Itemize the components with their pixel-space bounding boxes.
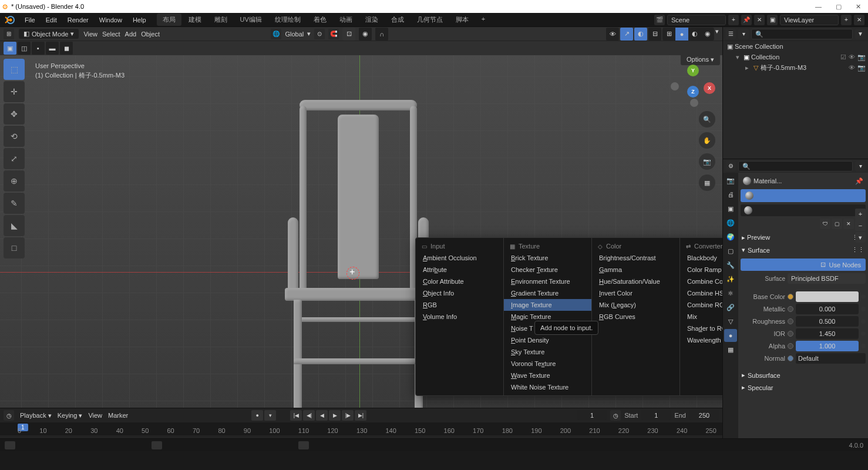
- outliner-object[interactable]: ▸ ▽ 椅子-0.5mm-M3 👁📷: [723, 62, 868, 73]
- menu-object-info[interactable]: Object Info: [416, 287, 503, 299]
- menu-edit[interactable]: Edit: [41, 15, 62, 25]
- neg-x-axis[interactable]: [671, 82, 679, 90]
- select-mode-edge[interactable]: ▬: [46, 42, 59, 55]
- menu-ambient-occlusion[interactable]: Ambient Occlusion: [416, 252, 503, 264]
- scene-delete-icon[interactable]: ✕: [754, 15, 765, 25]
- properties-search-input[interactable]: [738, 161, 853, 172]
- surface-section-header[interactable]: ▾Surface⋮⋮: [741, 244, 866, 256]
- menu-brick-texture[interactable]: Brick Texture: [504, 252, 591, 264]
- use-nodes-button[interactable]: ⊡ Use Nodes: [741, 258, 866, 271]
- menu-gradient-texture[interactable]: Gradient Texture: [504, 287, 591, 299]
- workspace-tab[interactable]: 雕刻: [208, 14, 233, 26]
- scene-browse-icon[interactable]: 🎬: [654, 15, 665, 25]
- rotate-tool[interactable]: ⟲: [4, 126, 25, 147]
- physics-properties-tab[interactable]: ⚛: [724, 287, 737, 300]
- chevron-down-icon[interactable]: ▾: [715, 28, 719, 41]
- snap-target-icon[interactable]: ⊡: [342, 28, 355, 41]
- menu-checker-texture[interactable]: Checker Texture: [504, 264, 591, 276]
- rendered-shade-icon[interactable]: ◉: [701, 28, 714, 41]
- workspace-tab[interactable]: 纹理绘制: [269, 14, 307, 26]
- workspace-tab[interactable]: UV编辑: [234, 14, 268, 26]
- material-slot-menu[interactable]: ▾: [855, 232, 866, 243]
- socket-icon[interactable]: [788, 343, 793, 349]
- timeline-menu-keying[interactable]: Keying ▾: [58, 412, 83, 419]
- mesh-properties-tab[interactable]: ▽: [724, 315, 737, 328]
- link-dot-icon[interactable]: [861, 294, 866, 299]
- menu-combine-hsv[interactable]: Combine HSV (Legacy): [680, 287, 722, 299]
- material-name-field[interactable]: [741, 204, 866, 216]
- link-dot-icon[interactable]: [861, 344, 866, 348]
- menu-brightness-contrast[interactable]: Brightness/Contrast: [592, 252, 679, 264]
- menu-combine-rgb[interactable]: Combine RGB (Legacy): [680, 299, 722, 311]
- outliner-filter-icon[interactable]: ▼: [855, 29, 866, 39]
- menu-combine-color[interactable]: Combine Color: [680, 276, 722, 287]
- timeline-ruler[interactable]: 1 01020304050607080901001101201301401501…: [0, 422, 722, 435]
- select-tool[interactable]: ⬚: [4, 59, 25, 80]
- autokey-icon[interactable]: ●: [251, 410, 263, 421]
- scene-pin-icon[interactable]: 📌: [741, 15, 752, 25]
- blender-app-icon[interactable]: [4, 14, 15, 26]
- workspace-tab[interactable]: 渲染: [359, 14, 384, 26]
- jump-end-icon[interactable]: ▶|: [355, 410, 366, 421]
- visible-icon[interactable]: 👁: [849, 64, 855, 72]
- play-icon[interactable]: ▶: [329, 410, 341, 421]
- start-frame-input[interactable]: 1: [641, 411, 671, 420]
- link-dot-icon[interactable]: [861, 319, 866, 324]
- workspace-add[interactable]: +: [476, 14, 491, 26]
- socket-icon[interactable]: [788, 294, 793, 300]
- menu-mix[interactable]: Mix: [680, 311, 722, 323]
- viewlayer-new-icon[interactable]: +: [841, 15, 852, 25]
- socket-icon[interactable]: [788, 318, 793, 324]
- preview-section-header[interactable]: ▸ Preview⋮⋮: [741, 231, 866, 244]
- menu-color-attribute[interactable]: Color Attribute: [416, 276, 503, 287]
- properties-options-icon[interactable]: ▾: [855, 161, 866, 172]
- workspace-tab[interactable]: 合成: [385, 14, 410, 26]
- pin-icon[interactable]: 📌: [855, 177, 863, 185]
- select-mode-box[interactable]: ◫: [18, 42, 31, 55]
- outliner-scene-collection[interactable]: ▣ Scene Collection: [723, 41, 868, 52]
- close-button[interactable]: ✕: [856, 3, 861, 11]
- socket-icon[interactable]: [788, 306, 793, 312]
- workspace-tab[interactable]: 建模: [183, 14, 207, 26]
- outliner-tree[interactable]: ▣ Scene Collection ▾ ▣ Collection ☑👁📷 ▸ …: [723, 41, 868, 159]
- menu-gamma[interactable]: Gamma: [592, 264, 679, 276]
- roughness-input[interactable]: 0.500: [796, 316, 859, 327]
- move-tool[interactable]: ✥: [4, 103, 25, 125]
- proportional-edit-icon[interactable]: ◉: [359, 28, 372, 41]
- texture-properties-tab[interactable]: ▦: [724, 343, 737, 356]
- scene-object-chair[interactable]: [282, 100, 435, 408]
- measure-tool[interactable]: ◣: [4, 215, 25, 236]
- timeline-menu-marker[interactable]: Marker: [108, 412, 128, 419]
- timeline-editor-type-icon[interactable]: ◷: [4, 410, 14, 421]
- menu-render[interactable]: Render: [63, 15, 93, 25]
- alpha-input[interactable]: 1.000: [796, 341, 859, 351]
- jump-start-icon[interactable]: |◀: [290, 410, 302, 421]
- xray-icon[interactable]: ⊟: [648, 28, 661, 41]
- maximize-button[interactable]: ▢: [836, 3, 842, 11]
- link-dot-icon[interactable]: [861, 307, 866, 311]
- zoom-icon[interactable]: 🔍: [699, 111, 715, 127]
- select-mode-vert[interactable]: ▪: [32, 42, 45, 55]
- prev-keyframe-icon[interactable]: ◀|: [303, 410, 315, 421]
- menu-shader-to-rgb[interactable]: Shader to RGB: [680, 323, 722, 334]
- world-properties-tab[interactable]: 🌍: [724, 230, 737, 243]
- menu-rgb-curves[interactable]: RGB Curves: [592, 311, 679, 323]
- material-slot-remove[interactable]: −: [855, 220, 866, 231]
- menu-environment-texture[interactable]: Environment Texture: [504, 276, 591, 287]
- shading-mode-group[interactable]: ⊞ ● ◐ ◉: [662, 28, 714, 41]
- material-new-icon[interactable]: ▢: [832, 219, 842, 229]
- next-keyframe-icon[interactable]: |▶: [342, 410, 354, 421]
- matprev-shade-icon[interactable]: ◐: [688, 28, 701, 41]
- transform-tool[interactable]: ⊕: [4, 170, 25, 192]
- viewlayer-properties-tab[interactable]: ▣: [724, 202, 737, 215]
- menu-window[interactable]: Window: [95, 15, 127, 25]
- play-reverse-icon[interactable]: ◀: [316, 410, 328, 421]
- workspace-tab[interactable]: 脚本: [450, 14, 475, 26]
- workspace-tab[interactable]: 着色: [308, 14, 332, 26]
- exclude-checkbox-icon[interactable]: ☑: [840, 53, 846, 61]
- select-mode-face[interactable]: ◼: [60, 42, 73, 55]
- base-color-swatch[interactable]: [796, 291, 859, 302]
- ior-input[interactable]: 1.450: [796, 328, 859, 339]
- outliner-search-input[interactable]: [751, 29, 853, 39]
- menu-image-texture[interactable]: Image Texture: [504, 299, 591, 311]
